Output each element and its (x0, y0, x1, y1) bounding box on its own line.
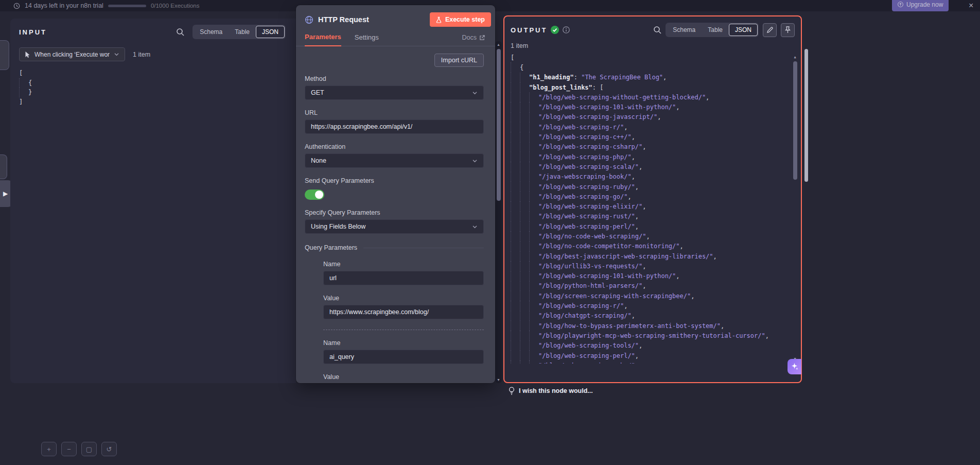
flask-icon (436, 16, 442, 23)
wish-text: I wish this node would... (519, 387, 593, 394)
json-line: "/blog/web-scraping-101-with-python/", (511, 271, 801, 281)
output-json-scrollbar: ▲ ▼ (792, 54, 798, 363)
trial-days-text: 14 days left in your n8n trial (25, 2, 103, 9)
param-value-label: Value (323, 373, 484, 381)
json-line: "/blog/web-scraping-without-getting-bloc… (511, 92, 801, 102)
output-search-icon[interactable] (653, 26, 661, 34)
input-items-count: 1 item (133, 51, 150, 58)
n8n-node-detail-view: 14 days left in your n8n trial 0/1000 Ex… (0, 0, 980, 465)
input-search-icon[interactable] (176, 28, 184, 36)
json-line: "/blog/web-scraping-tools/", (511, 341, 801, 351)
json-line: "/blog/urllib3-vs-requests/", (511, 261, 801, 271)
output-panel-header: OUTPUT Schema Table JSON (504, 16, 801, 37)
scroll-down-arrow[interactable]: ▼ (495, 378, 502, 382)
zoom-out-button[interactable]: − (61, 442, 77, 456)
lightbulb-icon (509, 387, 515, 395)
json-line: ] (19, 97, 296, 107)
run-selector-label: When clicking ‘Execute workfl (34, 51, 110, 58)
output-view-switcher: Schema Table JSON (666, 23, 759, 37)
play-icon: ▶ (3, 190, 8, 197)
json-line: "/blog/chatgpt-scraping/", (511, 311, 801, 321)
input-run-selector[interactable]: When clicking ‘Execute workfl (19, 47, 125, 61)
info-icon[interactable] (563, 26, 570, 33)
json-line: "/blog/python-html-parsers/", (511, 281, 801, 291)
json-line: "/blog/web-scraping-rust/", (511, 212, 801, 221)
canvas-zoom-controls: + − ▢ ↺ (41, 442, 117, 456)
execute-step-button[interactable]: Execute step (430, 12, 491, 27)
scroll-up-arrow[interactable]: ▲ (792, 55, 798, 59)
url-input[interactable]: https://app.scrapingbee.com/api/v1/ (305, 119, 484, 134)
output-tab-schema[interactable]: Schema (667, 24, 702, 36)
fit-view-button[interactable]: ▢ (81, 442, 97, 456)
output-tab-json[interactable]: JSON (729, 24, 758, 36)
modal-scrollbar-thumb[interactable] (804, 49, 808, 182)
upgrade-label: Upgrade now (906, 1, 943, 8)
output-json-wrap: [{"h1_heading": "The ScrapingBee Blog","… (504, 53, 801, 364)
param-name-input[interactable]: ai_query (323, 350, 484, 364)
json-line: "blog_post_links": [ (511, 82, 801, 92)
upgrade-now-button[interactable]: Upgrade now (892, 0, 949, 11)
authentication-label: Authentication (305, 143, 484, 150)
json-line: "/blog/web-scraping-101-with-python/", (511, 102, 801, 112)
json-line: { (511, 62, 801, 72)
scrollbar-thumb[interactable] (497, 49, 501, 201)
output-title-group: OUTPUT (511, 26, 570, 34)
docs-link[interactable]: Docs (462, 34, 485, 46)
param-name-input[interactable]: url (323, 271, 484, 285)
json-line: "/blog/web-scraping-php/", (511, 152, 801, 162)
method-value: GET (311, 89, 324, 96)
scrollbar-thumb[interactable] (793, 61, 797, 180)
specify-query-parameters-label: Specify Query Parameters (305, 209, 484, 216)
executions-progress-bar (108, 5, 146, 7)
url-label: URL (305, 109, 484, 116)
output-json: [{"h1_heading": "The ScrapingBee Blog","… (511, 53, 801, 364)
param-name-label: Name (323, 339, 484, 347)
node-settings-panel: HTTP Request Execute step Parameters Set… (296, 5, 495, 383)
tab-settings[interactable]: Settings (355, 33, 379, 46)
authentication-select[interactable]: None (305, 153, 484, 168)
close-icon[interactable]: × (969, 1, 973, 11)
param-value-input[interactable]: https://www.scrapingbee.com/blog/ (323, 305, 484, 319)
param-name-value: url (329, 274, 337, 282)
pin-data-button[interactable] (781, 23, 795, 37)
send-query-parameters-label: Send Query Parameters (305, 177, 484, 184)
edit-output-button[interactable] (763, 23, 777, 37)
node-header: HTTP Request Execute step (296, 5, 495, 27)
specify-query-parameters-value: Using Fields Below (311, 223, 365, 230)
json-line: "/blog/web-scraping-csharp/", (511, 142, 801, 152)
query-parameters-label: Query Parameters (305, 244, 357, 251)
specify-query-parameters-select[interactable]: Using Fields Below (305, 219, 484, 234)
json-line: "/blog/web-scraping-c++/", (511, 132, 801, 142)
json-line: "/blog/web-scraping-r/", (511, 122, 801, 132)
json-line: "/blog/no-code-competitor-monitoring/", (511, 242, 801, 251)
pencil-icon (766, 26, 774, 33)
json-line: } (19, 88, 296, 97)
json-line: "/blog/how-to-bypass-perimeterx-anti-bot… (511, 321, 801, 331)
output-items-count: 1 item (511, 42, 801, 49)
ai-assistant-button[interactable] (787, 359, 801, 374)
reset-zoom-button[interactable]: ↺ (101, 442, 117, 456)
query-parameters-list: Name url Value https://www.scrapingbee.c… (305, 261, 484, 383)
json-line: [ (511, 53, 801, 62)
input-tab-schema[interactable]: Schema (194, 26, 229, 38)
zoom-in-button[interactable]: + (41, 442, 57, 456)
output-tab-table[interactable]: Table (702, 24, 729, 36)
json-line: "h1_heading": "The ScrapingBee Blog", (511, 73, 801, 82)
import-curl-button[interactable]: Import cURL (434, 54, 484, 67)
mouse-pointer-icon (25, 51, 30, 58)
node-feedback-prompt[interactable]: I wish this node would... (509, 387, 593, 395)
input-tab-json[interactable]: JSON (256, 26, 285, 38)
input-view-switcher: Schema Table JSON (192, 25, 286, 39)
input-panel: INPUT Schema Table JSON When clicking ‘E… (10, 19, 296, 383)
node-title: HTTP Request (318, 15, 369, 24)
scroll-up-arrow[interactable]: ▲ (495, 43, 502, 46)
input-tab-table[interactable]: Table (229, 26, 256, 38)
method-select[interactable]: GET (305, 85, 484, 100)
send-query-parameters-toggle[interactable] (305, 190, 324, 200)
output-panel-title: OUTPUT (511, 26, 547, 34)
json-line: "/blog/web-scraping-r/", (511, 301, 801, 311)
json-line: "/blog/web-scraping-elixir/", (511, 201, 801, 211)
json-line: "/blog/playwright-mcp-web-scraping-smith… (511, 331, 801, 340)
node-tabs: Parameters Settings Docs (296, 27, 495, 46)
tab-parameters[interactable]: Parameters (305, 33, 341, 46)
